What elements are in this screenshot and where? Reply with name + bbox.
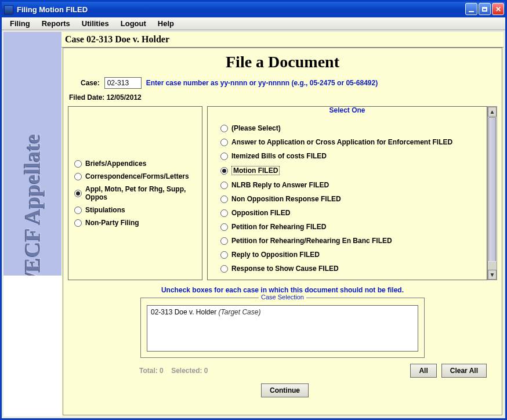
minimize-icon (469, 11, 474, 12)
titlebar: Filing Motion FILED ✕ (2, 2, 505, 17)
menu-utilities[interactable]: Utilities (76, 17, 115, 30)
maximize-icon (482, 7, 487, 12)
case-label: Case: (81, 79, 100, 87)
filed-date-label: Filed Date: (69, 93, 104, 102)
category-radio[interactable]: Non-Party Filing (74, 219, 196, 227)
category-label: Non-Party Filing (85, 219, 139, 227)
application-window: Filing Motion FILED ✕ Filing Reports Uti… (0, 0, 507, 420)
selection-panels: Briefs/AppendicesCorrespondence/Forms/Le… (68, 106, 497, 280)
workarea: CM/ECF Appellate Case 02-313 Doe v. Hold… (3, 32, 504, 417)
close-icon: ✕ (495, 5, 501, 13)
scroll-track (488, 262, 497, 270)
minimize-button[interactable] (465, 3, 477, 15)
continue-row: Continue (68, 383, 497, 397)
radio-icon (220, 167, 228, 175)
option-radio[interactable]: (Please Select) (220, 124, 482, 132)
option-radio[interactable]: Motion FILED (220, 166, 482, 175)
case-selection-fieldset: Case Selection 02-313 Doe v. Holder (Tar… (140, 298, 425, 358)
form-title: File a Document (68, 53, 497, 71)
category-radio[interactable]: Appl, Motn, Pet for Rhg, Supp, Oppos (74, 185, 196, 201)
option-radio[interactable]: Non Opposition Response FILED (220, 195, 482, 203)
radio-icon (220, 153, 228, 160)
radio-icon (220, 182, 228, 189)
case-number-row: Case: Enter case number as yy-nnnn or yy… (81, 77, 497, 89)
close-button[interactable]: ✕ (492, 3, 504, 15)
case-selection-instruction: Uncheck boxes for each case in which thi… (68, 286, 497, 294)
menu-reports[interactable]: Reports (36, 17, 76, 30)
radio-icon (74, 190, 82, 197)
bottom-row: Total: 0 Selected: 0 All Clear All (68, 364, 497, 378)
radio-icon (220, 125, 228, 132)
main-panel: Case 02-313 Doe v. Holder File a Documen… (61, 32, 504, 417)
case-selection-item-note: (Target Case) (219, 308, 261, 316)
category-radio[interactable]: Correspondence/Forms/Letters (74, 172, 196, 180)
menu-logout[interactable]: Logout (115, 17, 152, 30)
option-label: Opposition FILED (231, 209, 290, 217)
case-selection-item[interactable]: 02-313 Doe v. Holder (151, 308, 216, 316)
form-panel: File a Document Case: Enter case number … (63, 48, 502, 415)
case-selection-wrap: Case Selection 02-313 Doe v. Holder (Tar… (68, 298, 497, 358)
options-fieldset: Select One (Please Select)Answer to Appl… (207, 106, 487, 280)
radio-icon (220, 195, 228, 203)
case-header: Case 02-313 Doe v. Holder (61, 32, 504, 48)
category-panel: Briefs/AppendicesCorrespondence/Forms/Le… (68, 106, 202, 280)
selected-label: Selected: 0 (171, 367, 208, 375)
category-radio[interactable]: Stipulations (74, 206, 196, 214)
option-label: Response to Show Cause FILED (231, 265, 339, 273)
radio-icon (220, 237, 228, 245)
total-label: Total: 0 (139, 367, 164, 375)
category-label: Stipulations (85, 206, 125, 214)
option-radio[interactable]: Petition for Rehearing/Rehearing En Banc… (220, 237, 482, 245)
radio-icon (220, 251, 228, 259)
option-radio[interactable]: Petition for Rehearing FILED (220, 223, 482, 231)
option-radio[interactable]: Itemized Bills of costs FILED (220, 152, 482, 160)
option-radio[interactable]: Answer to Application or Cross Applicati… (220, 138, 482, 146)
case-instructions: Enter case number as yy-nnnn or yy-nnnnn… (146, 79, 378, 87)
category-label: Briefs/Appendices (85, 160, 146, 168)
menubar: Filing Reports Utilities Logout Help (2, 17, 505, 30)
all-button[interactable]: All (410, 364, 436, 378)
category-label: Appl, Motn, Pet for Rhg, Supp, Oppos (85, 185, 196, 201)
menu-help[interactable]: Help (152, 17, 180, 30)
case-selection-listbox[interactable]: 02-313 Doe v. Holder (Target Case) (147, 305, 418, 352)
option-radio[interactable]: Reply to Opposition FILED (220, 251, 482, 259)
option-label: Itemized Bills of costs FILED (231, 152, 327, 160)
window-title: Filing Motion FILED (17, 5, 88, 14)
filed-date-value: 12/05/2012 (107, 93, 142, 102)
scroll-thumb[interactable] (488, 117, 496, 261)
option-label: Reply to Opposition FILED (231, 251, 320, 259)
window-controls: ✕ (465, 3, 504, 15)
sidebar: CM/ECF Appellate (3, 32, 61, 417)
option-radio[interactable]: NLRB Reply to Answer FILED (220, 181, 482, 189)
maximize-button[interactable] (479, 3, 491, 15)
radio-icon (220, 265, 228, 273)
option-label: Answer to Application or Cross Applicati… (231, 138, 452, 146)
options-scrollbar[interactable]: ▲ ▼ (487, 106, 497, 280)
menu-filing[interactable]: Filing (4, 17, 36, 30)
option-label: Petition for Rehearing FILED (231, 223, 326, 231)
sidebar-footer (3, 276, 61, 417)
scroll-up-icon[interactable]: ▲ (488, 107, 497, 117)
radio-icon (74, 219, 82, 227)
options-legend: Select One (327, 106, 367, 114)
category-radio[interactable]: Briefs/Appendices (74, 160, 196, 168)
case-selection-legend: Case Selection (259, 294, 306, 300)
option-label: (Please Select) (231, 124, 281, 132)
continue-button[interactable]: Continue (261, 383, 309, 397)
radio-icon (220, 139, 228, 146)
option-radio[interactable]: Response to Show Cause FILED (220, 265, 482, 273)
category-label: Correspondence/Forms/Letters (85, 172, 189, 180)
radio-icon (74, 173, 82, 180)
scroll-down-icon[interactable]: ▼ (488, 270, 497, 280)
filed-date-row: Filed Date: 12/05/2012 (69, 93, 497, 102)
radio-icon (220, 209, 228, 217)
radio-icon (74, 160, 82, 168)
options-panel-wrap: Select One (Please Select)Answer to Appl… (207, 106, 497, 280)
app-icon (4, 5, 13, 15)
radio-icon (220, 223, 228, 231)
option-label: NLRB Reply to Answer FILED (231, 181, 329, 189)
option-label: Motion FILED (231, 166, 280, 175)
case-number-input[interactable] (104, 77, 142, 89)
clear-all-button[interactable]: Clear All (441, 364, 487, 378)
option-radio[interactable]: Opposition FILED (220, 209, 482, 217)
